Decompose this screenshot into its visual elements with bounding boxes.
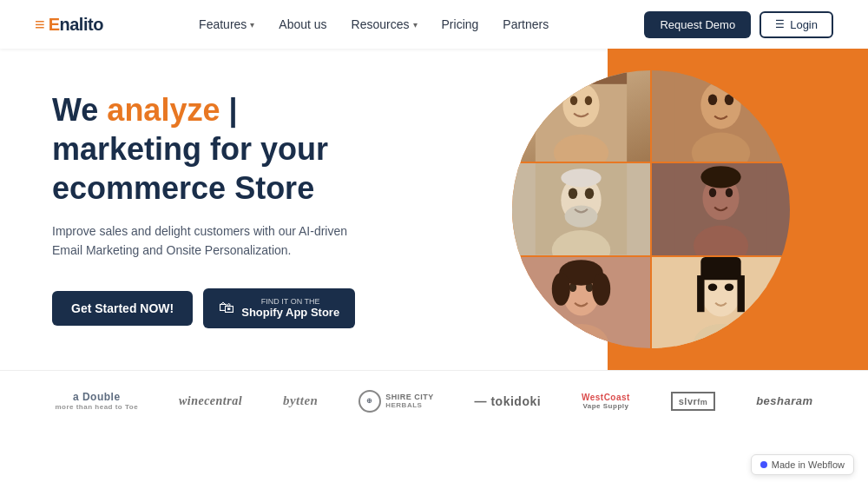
svg-point-21 <box>709 188 716 198</box>
hero-title: We analyze | marketing for yourecommerce… <box>52 90 399 208</box>
svg-rect-39 <box>737 275 744 312</box>
svg-point-30 <box>552 273 570 306</box>
face-4 <box>652 163 790 254</box>
nav-right: Request Demo ☰ Login <box>644 11 833 38</box>
svg-point-36 <box>725 283 734 290</box>
shopify-bag-icon: 🛍 <box>219 299 234 317</box>
svg-point-22 <box>726 188 733 198</box>
svg-point-35 <box>708 283 718 290</box>
svg-point-15 <box>585 188 595 200</box>
brand-shire-city: ⊕ SHIRE CITY HERBALS <box>358 390 434 413</box>
nav-partners[interactable]: Partners <box>503 17 549 31</box>
login-button[interactable]: ☰ Login <box>760 11 833 38</box>
svg-point-16 <box>565 206 598 228</box>
nav-resources[interactable]: Resources ▾ <box>352 17 418 31</box>
svg-point-1 <box>562 83 599 128</box>
hero-section: We analyze | marketing for yourecommerce… <box>0 49 868 370</box>
chevron-down-icon: ▾ <box>250 20 254 30</box>
navbar: ≡ Enalito Features ▾ About us Resources … <box>0 0 868 49</box>
webflow-dot-icon <box>760 461 767 468</box>
face-1 <box>512 70 650 162</box>
svg-point-23 <box>700 166 740 188</box>
hero-image-area <box>434 49 868 370</box>
request-demo-button[interactable]: Request Demo <box>644 11 751 38</box>
nav-features[interactable]: Features ▾ <box>199 17 254 31</box>
svg-point-4 <box>585 96 592 105</box>
brand-tokidoki: — tokidoki <box>475 394 542 408</box>
svg-rect-37 <box>700 257 740 280</box>
svg-point-31 <box>592 273 610 306</box>
hero-buttons: Get Started NOW! 🛍 FIND IT ON THE Shopif… <box>52 288 399 328</box>
logo-text: Enalito <box>49 15 103 35</box>
brand-adouble: a Double more than head to Toe <box>55 391 138 411</box>
nav-pricing[interactable]: Pricing <box>442 17 479 31</box>
logo: ≡ Enalito <box>35 15 103 35</box>
get-started-button[interactable]: Get Started NOW! <box>52 291 193 326</box>
brand-besharam: besharam <box>756 394 812 407</box>
hero-subtitle: Improve sales and delight customers with… <box>52 221 365 261</box>
face-collage <box>512 70 790 348</box>
svg-rect-38 <box>697 275 704 312</box>
webflow-badge: Made in Webflow <box>751 454 854 475</box>
login-icon: ☰ <box>775 18 785 30</box>
brand-westcoast: WestCoast Vape Supply <box>582 393 630 410</box>
face-3 <box>512 163 650 254</box>
shopify-app-store-button[interactable]: 🛍 FIND IT ON THE Shopify App Store <box>203 288 355 328</box>
brand-bytten: bytten <box>283 393 319 408</box>
svg-point-3 <box>570 96 577 105</box>
svg-point-9 <box>708 94 718 105</box>
nav-links: Features ▾ About us Resources ▾ Pricing … <box>199 17 549 31</box>
chevron-down-icon: ▾ <box>413 20 418 30</box>
svg-point-14 <box>569 188 578 200</box>
nav-about[interactable]: About us <box>279 17 326 31</box>
brand-slvr: slvrfm <box>671 392 716 411</box>
brands-bar: a Double more than head to Toe winecentr… <box>0 370 868 431</box>
face-5 <box>512 257 650 348</box>
brand-winecentral: winecentral <box>179 394 242 408</box>
svg-point-17 <box>561 169 601 188</box>
logo-icon: ≡ <box>35 15 45 35</box>
hero-content: We analyze | marketing for yourecommerce… <box>0 56 434 363</box>
